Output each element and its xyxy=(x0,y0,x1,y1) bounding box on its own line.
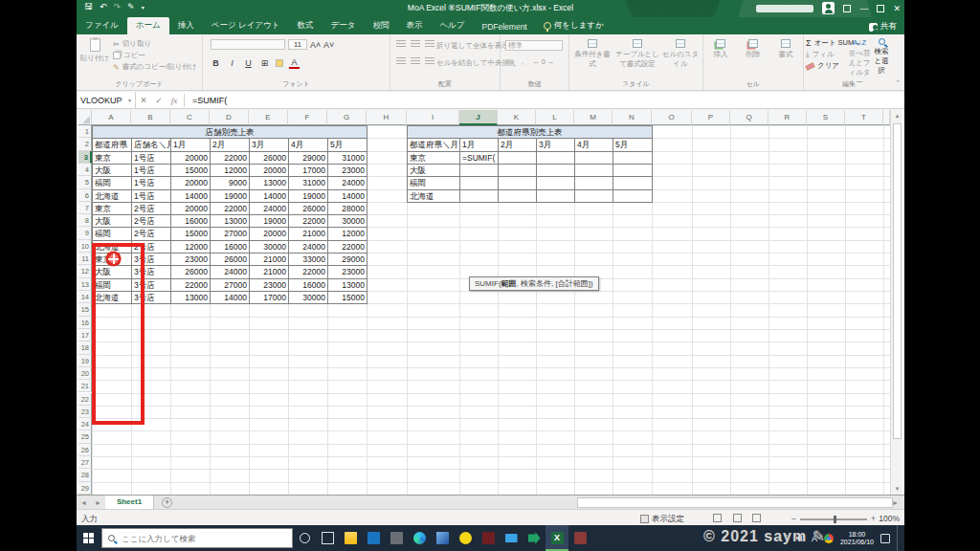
ribbon-tab-8[interactable]: ヘルプ xyxy=(431,17,473,34)
value-cell[interactable]: 19000 xyxy=(250,215,289,228)
row-header-23[interactable]: 23 xyxy=(78,406,92,418)
column-header-G[interactable]: G xyxy=(327,110,367,125)
column-header-E[interactable]: E xyxy=(249,110,288,125)
conditional-formatting-button[interactable]: 条件付き書式 xyxy=(571,39,613,69)
row-header-9[interactable]: 9 xyxy=(78,227,92,239)
label-cell[interactable] xyxy=(575,177,613,189)
value-cell[interactable]: 26000 xyxy=(211,253,250,266)
edge-icon[interactable] xyxy=(408,525,431,551)
sheet-nav-left-icon[interactable]: ◄ xyxy=(77,499,91,506)
vertical-scroll-thumb[interactable] xyxy=(893,123,902,439)
value-cell[interactable]: 15000 xyxy=(171,165,211,177)
ribbon-tab-6[interactable]: 校閲 xyxy=(364,17,397,34)
insert-cells-button[interactable]: 挿入 xyxy=(705,39,736,59)
row-header-1[interactable]: 1 xyxy=(78,125,92,138)
column-header-cell[interactable]: 4月 xyxy=(575,139,613,151)
task-view-icon[interactable] xyxy=(316,525,339,551)
value-cell[interactable]: 15000 xyxy=(328,292,368,304)
sheet-nav-right-icon[interactable]: ► xyxy=(91,499,105,506)
label-cell[interactable] xyxy=(460,165,499,177)
page-layout-view-icon[interactable] xyxy=(733,514,742,522)
column-header-cell[interactable]: 1月 xyxy=(460,139,499,151)
row-header-20[interactable]: 20 xyxy=(78,367,92,380)
column-header-cell[interactable]: 2月 xyxy=(211,139,250,151)
value-cell[interactable]: 14000 xyxy=(250,190,289,203)
label-cell[interactable] xyxy=(537,165,575,177)
formula-input[interactable]: =SUMIF( xyxy=(187,96,227,105)
label-cell[interactable]: 北海道 xyxy=(93,190,132,203)
value-cell[interactable]: 24000 xyxy=(211,266,250,278)
row-header-3[interactable]: 3 xyxy=(78,151,92,164)
dark-red-app-icon[interactable] xyxy=(477,525,500,551)
display-settings-button[interactable]: 表示設定 xyxy=(640,514,684,525)
label-cell[interactable] xyxy=(613,165,653,177)
value-cell[interactable]: 17000 xyxy=(250,292,289,304)
value-cell[interactable]: 28000 xyxy=(328,203,368,215)
value-cell[interactable]: 22000 xyxy=(211,203,250,215)
row-header-22[interactable]: 22 xyxy=(78,393,92,406)
value-cell[interactable]: 22000 xyxy=(171,279,211,292)
value-cell[interactable]: 31000 xyxy=(289,177,328,189)
label-cell[interactable] xyxy=(537,152,575,165)
column-header-cell[interactable]: 都道府県＼月 xyxy=(408,139,460,151)
value-cell[interactable]: 13000 xyxy=(211,215,250,228)
row-header-15[interactable]: 15 xyxy=(78,303,92,316)
row-header-24[interactable]: 24 xyxy=(78,418,92,430)
column-header-cell[interactable]: 5月 xyxy=(328,139,368,151)
label-cell[interactable]: 1号店 xyxy=(132,152,171,165)
format-as-table-button[interactable]: テーブルとして書式設定 xyxy=(615,39,659,69)
delete-cells-button[interactable]: 削除 xyxy=(738,39,768,59)
sheet-grid[interactable]: ABCDEFGHIJKLMNOPQRST 1234567891011121314… xyxy=(77,110,904,495)
label-cell[interactable] xyxy=(499,177,537,189)
column-header-cell[interactable]: 2月 xyxy=(499,139,537,151)
row-header-17[interactable]: 17 xyxy=(78,329,92,342)
close-button[interactable]: ✕ xyxy=(893,4,901,13)
column-header-partial[interactable] xyxy=(883,110,890,125)
cut-button[interactable]: ✂切り取り xyxy=(113,39,197,49)
pdfelement-icon[interactable] xyxy=(523,525,546,551)
column-header-R[interactable]: R xyxy=(768,110,807,125)
scroll-down-icon[interactable]: ▼ xyxy=(891,483,903,495)
column-header-D[interactable]: D xyxy=(210,110,249,125)
label-cell[interactable] xyxy=(460,177,499,189)
column-header-O[interactable]: O xyxy=(652,110,692,125)
value-cell[interactable]: 13000 xyxy=(171,292,211,304)
value-cell[interactable]: 19000 xyxy=(211,190,250,203)
cortana-icon[interactable] xyxy=(293,525,316,551)
value-cell[interactable]: 20000 xyxy=(171,152,211,165)
scroll-up-icon[interactable]: ▲ xyxy=(891,110,903,121)
value-cell[interactable]: 13000 xyxy=(250,177,289,189)
notification-center-icon[interactable] xyxy=(880,534,890,543)
value-cell[interactable]: 27000 xyxy=(211,279,250,292)
align-center-icon[interactable] xyxy=(411,57,420,65)
column-header-cell[interactable]: 都道府県 xyxy=(93,139,132,151)
cancel-formula-icon[interactable]: ✕ xyxy=(136,96,151,105)
column-header-H[interactable]: H xyxy=(367,110,407,125)
label-cell[interactable] xyxy=(575,165,613,177)
value-cell[interactable]: 30000 xyxy=(289,292,328,304)
font-name-combobox[interactable] xyxy=(211,39,285,50)
row-header-7[interactable]: 7 xyxy=(78,202,92,214)
label-cell[interactable] xyxy=(537,190,575,203)
value-cell[interactable]: 26000 xyxy=(250,152,289,165)
label-cell[interactable] xyxy=(613,190,653,203)
ribbon-tab-1[interactable]: ホーム xyxy=(127,17,169,34)
name-box-dropdown-icon[interactable]: ▾ xyxy=(128,97,131,103)
value-cell[interactable]: 22000 xyxy=(211,152,250,165)
row-header-2[interactable]: 2 xyxy=(78,138,92,150)
column-header-S[interactable]: S xyxy=(807,110,845,125)
value-cell[interactable]: 20000 xyxy=(250,165,289,177)
value-cell[interactable]: 26000 xyxy=(171,266,211,278)
align-top-icon[interactable] xyxy=(396,40,406,48)
value-cell[interactable]: 33000 xyxy=(289,253,328,266)
column-header-cell[interactable]: 3月 xyxy=(537,139,575,151)
ribbon-tab-4[interactable]: 数式 xyxy=(288,17,322,34)
notebook-app-icon[interactable] xyxy=(431,525,454,551)
value-cell[interactable]: 20000 xyxy=(171,203,211,215)
name-box[interactable]: VLOOKUP ▾ xyxy=(77,92,136,109)
value-cell[interactable]: 21000 xyxy=(289,228,328,240)
format-cells-button[interactable]: 書式 xyxy=(770,39,801,59)
value-cell[interactable]: 14000 xyxy=(171,190,211,203)
value-cell[interactable]: 23000 xyxy=(328,165,368,177)
label-cell[interactable]: 大阪 xyxy=(93,215,132,228)
